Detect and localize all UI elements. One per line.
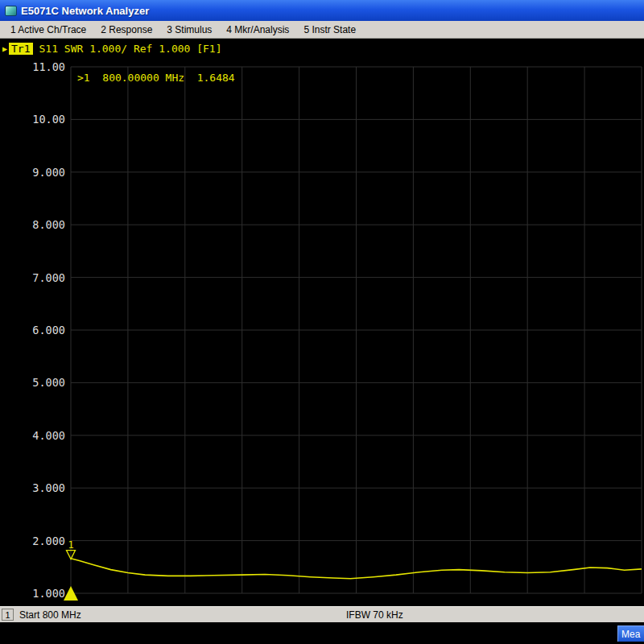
marker-number: 1 bbox=[68, 539, 73, 551]
start-frequency-label: Start 800 MHz bbox=[19, 609, 81, 621]
y-axis-label: 8.000 bbox=[32, 218, 65, 231]
app-icon bbox=[5, 6, 17, 16]
trace-settings-text: S11 SWR 1.000/ Ref 1.000 [F1] bbox=[39, 43, 222, 55]
channel-indicator: 1 bbox=[2, 609, 14, 621]
ifbw-label: IFBW 70 kHz bbox=[346, 609, 403, 621]
y-axis-label: 2.000 bbox=[32, 535, 65, 547]
menu-item[interactable]: 4 Mkr/Analysis bbox=[219, 24, 296, 35]
bottom-bar: Mea bbox=[0, 622, 644, 644]
menu-item[interactable]: 3 Stimulus bbox=[159, 24, 219, 35]
menu-bar: 1 Active Ch/Trace2 Response3 Stimulus4 M… bbox=[0, 21, 644, 39]
menu-item[interactable]: 2 Response bbox=[93, 24, 159, 35]
active-trace-arrow-icon: ▶ bbox=[2, 44, 7, 53]
y-axis-label: 6.000 bbox=[32, 324, 65, 336]
y-axis-label: 1.000 bbox=[32, 587, 65, 600]
title-bar[interactable]: E5071C Network Analyzer bbox=[0, 0, 644, 21]
status-bar: 1 Start 800 MHz IFBW 70 kHz bbox=[0, 606, 644, 622]
trace-name-badge[interactable]: Tr1 bbox=[9, 43, 32, 55]
window-title: E5071C Network Analyzer bbox=[21, 5, 149, 17]
y-axis-label: 7.000 bbox=[32, 271, 65, 284]
y-axis-label: 3.000 bbox=[32, 481, 65, 494]
y-axis-label: 9.000 bbox=[32, 166, 65, 179]
y-axis-label: 11.00 bbox=[32, 60, 65, 73]
y-axis-label: 5.000 bbox=[32, 376, 65, 389]
menu-item[interactable]: 5 Instr State bbox=[296, 24, 363, 35]
analyzer-display: 11.0010.009.0008.0007.0006.0005.0004.000… bbox=[0, 39, 644, 606]
y-axis-label: 10.00 bbox=[32, 113, 65, 126]
graph-svg: 11.0010.009.0008.0007.0006.0005.0004.000… bbox=[0, 39, 644, 606]
menu-item[interactable]: 1 Active Ch/Trace bbox=[3, 24, 93, 35]
trace-status-bar: ▶ Tr1 S11 SWR 1.000/ Ref 1.000 [F1] bbox=[2, 43, 222, 55]
y-axis-label: 4.000 bbox=[32, 429, 65, 442]
meas-softkey-button[interactable]: Mea bbox=[617, 625, 644, 642]
marker-readout: >1 800.00000 MHz 1.6484 bbox=[77, 72, 235, 84]
